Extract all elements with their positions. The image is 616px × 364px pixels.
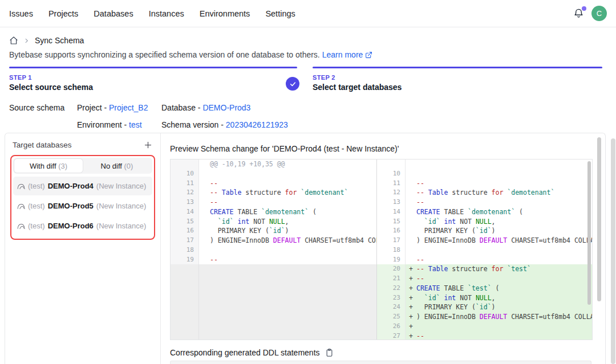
sql-token: -- bbox=[416, 189, 424, 197]
source-field-value[interactable]: Project_B2 bbox=[109, 103, 148, 112]
notification-badge bbox=[582, 6, 586, 11]
diff-code-line: + bbox=[406, 322, 592, 332]
sql-token: PRIMARY KEY ( bbox=[416, 303, 476, 311]
intro-text: Bytebase supports synchronizing a specif… bbox=[9, 50, 320, 59]
diff-code-line bbox=[199, 246, 376, 255]
db-item-demo-prod5[interactable]: (test) DEMO-Prod5 (New Instance) bbox=[13, 197, 152, 215]
diff-row: 14 CREATE TABLE `demotenant` ( bbox=[377, 207, 592, 217]
schema-diff-viewer[interactable]: @@ -10,19 +10,35 @@10 11 --12 -- Table s… bbox=[170, 159, 593, 340]
diff-line-number: 18 bbox=[171, 246, 199, 255]
page-scrollbar[interactable] bbox=[611, 138, 615, 364]
nav-item-instances[interactable]: Instances bbox=[149, 9, 184, 18]
diff-code-line: + PRIMARY KEY (`id`) bbox=[406, 302, 592, 312]
diff-line-number: 25 bbox=[377, 312, 406, 322]
diff-prefix bbox=[409, 246, 416, 255]
diff-code-line: -- Table structure for `demotenant` bbox=[406, 188, 592, 198]
sql-token: ) bbox=[492, 303, 496, 311]
diff-code-line bbox=[406, 159, 592, 169]
diff-prefix bbox=[409, 169, 416, 179]
sql-token: structure bbox=[448, 265, 491, 273]
db-item-demo-prod6[interactable]: (test) DEMO-Prod6 (New Instance) bbox=[13, 216, 152, 235]
diff-tabs: With diff (3)No diff (0) bbox=[13, 158, 152, 174]
diff-row: 11 -- bbox=[171, 179, 376, 189]
db-name: DEMO-Prod4 bbox=[48, 182, 94, 190]
source-schema-label: Source schema bbox=[9, 103, 77, 130]
step2-label: STEP 2 bbox=[313, 74, 402, 81]
sql-token: `demotenant` bbox=[261, 208, 309, 216]
chevron-right-icon bbox=[23, 38, 30, 44]
diff-row: 15 `id` int NOT NULL, bbox=[377, 217, 592, 227]
diff-line-number: 14 bbox=[171, 207, 199, 217]
db-note: (New Instance) bbox=[96, 222, 146, 230]
diff-prefix bbox=[202, 159, 210, 169]
step1-label: STEP 1 bbox=[9, 74, 93, 81]
diff-prefix bbox=[409, 236, 416, 246]
source-field-name: Environment - bbox=[77, 120, 129, 129]
diff-line-number: 19 bbox=[171, 255, 199, 265]
diff-code-line bbox=[406, 169, 592, 179]
learn-more-link[interactable]: Learn more bbox=[322, 50, 363, 59]
sql-token: -- bbox=[210, 189, 218, 197]
ddl-editor-top-edge bbox=[170, 361, 591, 364]
diff-line-number: 15 bbox=[377, 217, 406, 227]
diff-prefix bbox=[202, 198, 210, 207]
copy-clipboard-icon[interactable] bbox=[325, 348, 334, 357]
diff-line-number: 16 bbox=[171, 226, 199, 236]
sql-token: CREATE bbox=[416, 208, 440, 216]
diff-prefix bbox=[202, 217, 210, 227]
diff-row: 21+-- bbox=[377, 274, 592, 284]
diff-inner-scrollbar[interactable] bbox=[587, 161, 591, 305]
nav-item-projects[interactable]: Projects bbox=[48, 9, 78, 18]
source-field-value[interactable]: DEMO-Prod3 bbox=[202, 103, 250, 112]
add-target-database-button[interactable] bbox=[144, 141, 152, 149]
sql-token: int bbox=[444, 218, 456, 226]
nav-item-settings[interactable]: Settings bbox=[265, 9, 295, 18]
nav-item-environments[interactable]: Environments bbox=[200, 9, 250, 18]
db-item-demo-prod4[interactable]: (test) DEMO-Prod4 (New Instance) bbox=[13, 177, 152, 195]
source-field-value[interactable]: 20230426121923 bbox=[226, 120, 288, 129]
diff-row: 27+-- bbox=[377, 332, 592, 340]
external-link-icon[interactable] bbox=[365, 51, 372, 59]
avatar[interactable]: C bbox=[591, 6, 607, 21]
tab-no-diff[interactable]: No diff (0) bbox=[83, 159, 151, 173]
sql-token: Table bbox=[428, 189, 448, 197]
tab-count: (0) bbox=[124, 162, 133, 170]
home-icon[interactable] bbox=[9, 36, 18, 45]
diff-code-line: -- bbox=[199, 255, 376, 265]
diff-line-number: 19 bbox=[377, 255, 406, 265]
nav-item-databases[interactable]: Databases bbox=[94, 9, 133, 18]
sql-token: PRIMARY KEY ( bbox=[210, 227, 269, 235]
panel-scrollbar[interactable] bbox=[597, 137, 601, 301]
notification-bell-icon[interactable] bbox=[573, 8, 584, 19]
sql-token bbox=[218, 189, 222, 197]
step1-progress-bar bbox=[9, 67, 297, 68]
diff-code-line: @@ -10,19 +10,35 @@ bbox=[199, 159, 376, 169]
sql-token: structure bbox=[448, 189, 491, 197]
target-databases-title: Target databases bbox=[13, 141, 72, 149]
diff-code-line: +-- bbox=[406, 332, 592, 340]
diff-prefix bbox=[409, 188, 416, 198]
sql-token: `id` bbox=[476, 303, 492, 311]
diff-line-number: 17 bbox=[377, 236, 406, 246]
nav-item-issues[interactable]: Issues bbox=[9, 9, 33, 18]
sql-token: int bbox=[444, 294, 456, 302]
diff-row: 16 PRIMARY KEY (`id`) bbox=[171, 226, 376, 236]
sql-token: , bbox=[492, 294, 496, 302]
mysql-icon bbox=[17, 222, 25, 230]
sql-token bbox=[416, 218, 424, 226]
diff-row: 15 `id` int NOT NULL, bbox=[171, 217, 376, 227]
step-1: STEP 1 Select source schema bbox=[9, 74, 93, 92]
step2-progress-bar bbox=[313, 67, 602, 68]
intro-line: Bytebase supports synchronizing a specif… bbox=[9, 50, 372, 59]
sql-token: -- bbox=[210, 256, 218, 264]
diff-row: 26+ bbox=[377, 322, 592, 332]
sql-token: ) ENGINE=InnoDB bbox=[416, 313, 480, 321]
source-field-value[interactable]: test bbox=[129, 120, 142, 129]
db-name: DEMO-Prod6 bbox=[48, 222, 94, 230]
sql-token: -- bbox=[416, 179, 424, 187]
diff-code-line: +CREATE TABLE `test` ( bbox=[406, 284, 592, 293]
tab-with-diff[interactable]: With diff (3) bbox=[14, 159, 83, 173]
nav-items: IssuesProjectsDatabasesInstancesEnvironm… bbox=[9, 9, 295, 18]
diff-prefix bbox=[202, 179, 210, 189]
diff-line-number: 12 bbox=[377, 188, 406, 198]
